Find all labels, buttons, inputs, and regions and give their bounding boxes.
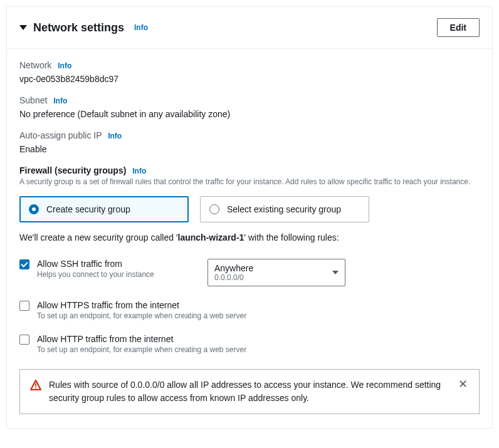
network-info-link[interactable]: Info	[58, 61, 71, 70]
https-rule-row: Allow HTTPS traffic from the internet To…	[19, 300, 480, 320]
allow-https-checkbox[interactable]	[19, 301, 29, 311]
svg-rect-0	[35, 383, 36, 387]
radio-icon	[209, 204, 219, 214]
create-security-group-radio[interactable]: Create security group	[19, 196, 189, 222]
subnet-value: No preference (Default subnet in any ava…	[19, 109, 480, 119]
panel-title-wrap[interactable]: Network settings Info	[19, 21, 148, 34]
subnet-field: Subnet Info No preference (Default subne…	[19, 95, 480, 119]
edit-button[interactable]: Edit	[437, 18, 480, 37]
panel-title: Network settings	[33, 21, 124, 34]
network-settings-panel: Network settings Info Edit Network Info …	[6, 6, 493, 429]
select-existing-security-group-radio[interactable]: Select existing security group	[200, 196, 369, 222]
create-msg-prefix: We'll create a new security group called…	[19, 232, 178, 242]
subnet-info-link[interactable]: Info	[53, 96, 67, 105]
allow-http-label: Allow HTTP traffic from the internet	[37, 334, 480, 344]
create-msg-name: launch-wizard-1	[178, 232, 244, 242]
warning-icon	[30, 380, 41, 393]
svg-rect-1	[35, 387, 36, 388]
panel-header: Network settings Info Edit	[7, 7, 492, 49]
create-msg-suffix: ' with the following rules:	[244, 232, 339, 242]
existing-sg-label: Select existing security group	[227, 204, 341, 214]
public-ip-info-link[interactable]: Info	[108, 132, 122, 140]
create-sg-message: We'll create a new security group called…	[19, 232, 480, 242]
allow-ssh-checkbox[interactable]	[19, 259, 29, 269]
firewall-field: Firewall (security groups) Info A securi…	[19, 165, 480, 242]
open-source-warning-alert: Rules with source of 0.0.0.0/0 allow all…	[19, 369, 480, 414]
allow-http-desc: To set up an endpoint, for example when …	[37, 345, 480, 354]
security-group-radio-row: Create security group Select existing se…	[19, 196, 480, 222]
public-ip-field: Auto-assign public IP Info Enable	[19, 130, 480, 154]
panel-body: Network Info vpc-0e053b82459b8dc97 Subne…	[7, 49, 492, 428]
network-value: vpc-0e053b82459b8dc97	[19, 74, 480, 84]
ssh-dropdown-main: Anywhere	[214, 263, 253, 273]
chevron-down-icon	[332, 271, 339, 274]
subnet-label: Subnet	[19, 95, 47, 105]
allow-http-checkbox[interactable]	[19, 335, 29, 345]
http-rule-row: Allow HTTP traffic from the internet To …	[19, 334, 480, 354]
ssh-dropdown-sub: 0.0.0.0/0	[214, 273, 253, 282]
allow-https-label: Allow HTTPS traffic from the internet	[37, 300, 480, 310]
ssh-rule-row: Allow SSH traffic from Helps you connect…	[19, 259, 480, 286]
header-info-link[interactable]: Info	[134, 23, 148, 32]
firewall-label: Firewall (security groups)	[19, 165, 126, 175]
radio-icon	[29, 204, 39, 214]
collapse-caret-icon[interactable]	[19, 25, 27, 30]
firewall-desc: A security group is a set of firewall ru…	[19, 177, 480, 187]
network-label: Network	[19, 60, 51, 70]
allow-ssh-desc: Helps you connect to your instance	[37, 270, 182, 279]
ssh-source-dropdown[interactable]: Anywhere 0.0.0.0/0	[207, 259, 345, 286]
create-sg-label: Create security group	[46, 204, 130, 214]
close-icon[interactable]: ✕	[457, 378, 469, 390]
alert-text: Rules with source of 0.0.0.0/0 allow all…	[49, 378, 449, 405]
allow-https-desc: To set up an endpoint, for example when …	[37, 311, 480, 320]
firewall-info-link[interactable]: Info	[132, 167, 146, 175]
allow-ssh-label: Allow SSH traffic from	[37, 259, 182, 269]
public-ip-value: Enable	[19, 144, 480, 154]
public-ip-label: Auto-assign public IP	[19, 130, 102, 140]
network-field: Network Info vpc-0e053b82459b8dc97	[19, 60, 480, 84]
